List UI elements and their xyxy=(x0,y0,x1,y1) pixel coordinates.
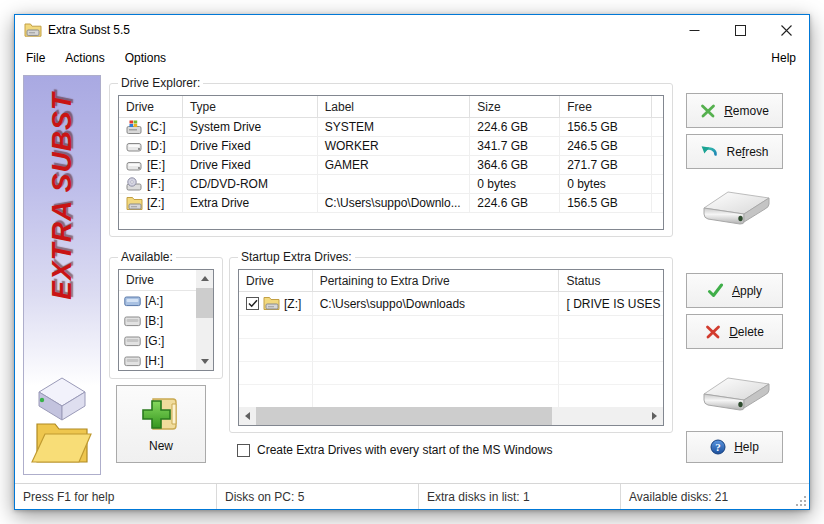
startup-table-header: Drive Pertaining to Extra Drive Status xyxy=(239,270,663,292)
list-item[interactable]: [B:] xyxy=(119,311,196,331)
drive-size: 224.6 GB xyxy=(470,194,560,213)
minimize-button[interactable] xyxy=(671,15,717,45)
table-row[interactable]: [D:] Drive Fixed WORKER 341.7 GB 246.5 G… xyxy=(119,137,663,156)
vertical-scrollbar[interactable] xyxy=(196,270,213,370)
refresh-button[interactable]: Refresh xyxy=(686,134,783,169)
menu-actions[interactable]: Actions xyxy=(56,47,113,69)
status-available-disks: Available disks: 21 xyxy=(621,484,809,509)
column-header-size[interactable]: Size xyxy=(470,96,560,118)
menu-help[interactable]: Help xyxy=(762,47,809,69)
menu-file[interactable]: File xyxy=(17,47,54,69)
brand-banner-text: EXTRA SUBST xyxy=(46,92,78,300)
table-row[interactable]: [F:] CD/DVD-ROM 0 bytes 0 bytes xyxy=(119,175,663,194)
fixed-drive-icon xyxy=(126,139,143,154)
scrollbar-thumb[interactable] xyxy=(196,288,213,318)
status-disks-on-pc: Disks on PC: 5 xyxy=(217,484,419,509)
drive-size: 224.6 GB xyxy=(470,118,560,137)
minimize-icon xyxy=(689,25,700,36)
drive-letter: [A:] xyxy=(145,294,163,308)
system-drive-icon xyxy=(126,120,143,135)
available-column-header[interactable]: Drive xyxy=(119,270,196,291)
scroll-down-button[interactable] xyxy=(196,353,213,370)
app-icon xyxy=(24,22,42,38)
resize-grip-icon[interactable] xyxy=(795,495,807,507)
new-button[interactable]: New xyxy=(116,385,206,463)
extra-drive-icon xyxy=(126,196,143,211)
main-content: EXTRA SUBST Drive Explorer: Drive Type L… xyxy=(15,71,809,485)
drive-free: 156.5 GB xyxy=(560,118,652,137)
cd-drive-icon xyxy=(126,177,143,192)
remove-x-icon xyxy=(700,104,716,118)
row-checkbox[interactable] xyxy=(246,297,259,310)
drive-free: 246.5 GB xyxy=(560,137,652,156)
list-item[interactable]: [A:] xyxy=(119,291,196,311)
drive-explorer-header: Drive Type Label Size Free xyxy=(119,96,663,118)
horizontal-scrollbar[interactable] xyxy=(239,407,663,425)
floppy-drive-icon xyxy=(124,335,141,348)
column-header-free[interactable]: Free xyxy=(560,96,652,118)
autostart-checkbox[interactable] xyxy=(237,444,250,457)
checkmark-icon xyxy=(248,299,258,308)
menu-options[interactable]: Options xyxy=(116,47,175,69)
drive-label: WORKER xyxy=(318,137,471,156)
drive-type: System Drive xyxy=(183,118,318,137)
scroll-left-button[interactable] xyxy=(239,407,256,425)
drive-status: [ DRIVE IS USES ] xyxy=(559,292,663,316)
startup-drives-table: Drive Pertaining to Extra Drive Status [… xyxy=(238,269,664,426)
drive-explorer-table: Drive Type Label Size Free [C:] System D… xyxy=(118,95,664,230)
column-header-drive[interactable]: Drive xyxy=(239,270,313,292)
close-button[interactable] xyxy=(763,15,809,45)
autostart-checkbox-row: Create Extra Drives with every start of … xyxy=(237,443,552,457)
app-window: Extra Subst 5.5 File Actions Options Hel… xyxy=(14,14,810,510)
floppy-drive-icon xyxy=(124,355,141,368)
svg-text:?: ? xyxy=(715,441,721,453)
scroll-up-button[interactable] xyxy=(196,270,213,287)
column-header-label[interactable]: Label xyxy=(318,96,471,118)
column-header-pertaining[interactable]: Pertaining to Extra Drive xyxy=(313,270,560,292)
list-item[interactable]: [G:] xyxy=(119,331,196,351)
titlebar: Extra Subst 5.5 xyxy=(15,15,809,45)
column-header-type[interactable]: Type xyxy=(183,96,318,118)
drive-type: Drive Fixed xyxy=(183,137,318,156)
drive-letter: [D:] xyxy=(147,139,166,153)
drive-type: Extra Drive xyxy=(183,194,318,213)
maximize-button[interactable] xyxy=(717,15,763,45)
window-title: Extra Subst 5.5 xyxy=(48,23,671,37)
table-row[interactable]: [Z:] C:\Users\suppo\Downloads [ DRIVE IS… xyxy=(239,292,663,316)
table-row[interactable]: [C:] System Drive SYSTEM 224.6 GB 156.5 … xyxy=(119,118,663,137)
available-label: Available: xyxy=(118,250,176,264)
apply-button[interactable]: Apply xyxy=(686,273,783,308)
drive-label: C:\Users\suppo\Downlo... xyxy=(318,194,471,213)
close-icon xyxy=(781,25,792,36)
help-button[interactable]: ? Help xyxy=(686,431,783,463)
table-row[interactable]: [E:] Drive Fixed GAMER 364.6 GB 271.7 GB xyxy=(119,156,663,175)
drive-free: 271.7 GB xyxy=(560,156,652,175)
drive-letter: [Z:] xyxy=(147,196,164,210)
scroll-right-button[interactable] xyxy=(646,407,663,425)
drive-explorer-label: Drive Explorer: xyxy=(118,76,203,90)
list-item[interactable]: [H:] xyxy=(119,351,196,371)
remove-button[interactable]: Remove xyxy=(686,93,783,128)
menubar: File Actions Options Help xyxy=(15,45,809,71)
refresh-arrow-icon xyxy=(700,144,718,160)
drive-letter: [F:] xyxy=(147,177,164,191)
floppy-drive-icon xyxy=(124,295,141,308)
scrollbar-thumb[interactable] xyxy=(256,407,552,425)
table-row[interactable]: [Z:] Extra Drive C:\Users\suppo\Downlo..… xyxy=(119,194,663,213)
brand-banner: EXTRA SUBST xyxy=(23,75,101,475)
drive-letter: [G:] xyxy=(145,334,164,348)
column-header-drive[interactable]: Drive xyxy=(119,96,183,118)
drive-free: 156.5 GB xyxy=(560,194,652,213)
delete-button[interactable]: Delete xyxy=(686,314,783,349)
help-question-icon: ? xyxy=(710,439,726,455)
delete-x-icon xyxy=(705,325,721,339)
floppy-drive-icon xyxy=(124,315,141,328)
drive-size: 341.7 GB xyxy=(470,137,560,156)
drive-path: C:\Users\suppo\Downloads xyxy=(313,292,560,316)
drive-letter: [C:] xyxy=(147,120,166,134)
column-header-status[interactable]: Status xyxy=(559,270,663,292)
startup-drives-group: Startup Extra Drives: Drive Pertaining t… xyxy=(229,257,673,433)
maximize-icon xyxy=(735,25,746,36)
drive-free: 0 bytes xyxy=(560,175,652,194)
drive-letter: [H:] xyxy=(145,354,164,368)
